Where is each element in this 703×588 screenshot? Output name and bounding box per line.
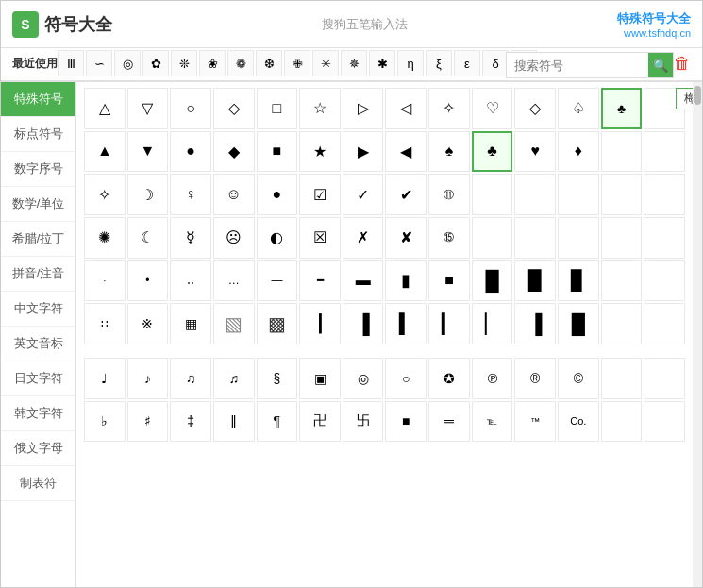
recent-sym-8[interactable]: ✙ [284,50,310,76]
scrollbar[interactable] [693,82,702,587]
recent-sym-10[interactable]: ✵ [341,50,367,76]
sym-dash-bold[interactable]: ━ [299,260,341,302]
sym-square-sm[interactable]: ■ [428,260,470,302]
sym-star-circle[interactable]: ✪ [428,358,470,399]
sym-placeholder7[interactable] [644,217,685,259]
sym-music-note3[interactable]: ♫ [170,358,211,399]
sym-placeholder11[interactable] [644,303,685,344]
sym-moon[interactable]: ☾ [127,217,169,259]
sym-placeholder10[interactable] [601,303,643,344]
sym-checkbox[interactable]: ☑ [299,174,341,215]
sym-vert-bar[interactable]: ┃ [299,303,341,344]
sym-left-3/8[interactable]: ▍ [385,303,427,344]
sym-three-dots[interactable]: … [213,260,255,302]
sym-rect-small[interactable]: ▬ [343,260,384,302]
sym-placeholder15[interactable] [644,401,685,443]
sym-placeholder5[interactable] [644,174,685,215]
sym-dot-med[interactable]: • [127,260,169,302]
sym-placeholder13[interactable] [644,358,685,399]
sym-asterism[interactable]: ※ [127,303,169,344]
sidebar-item-korean[interactable]: 韩文字符 [1,396,75,431]
sym-venus[interactable]: ♀ [170,174,211,215]
sym-tri-down-outline[interactable]: ▽ [127,88,169,129]
symbol-area[interactable]: △ ▽ ○ ◇ □ ☆ ▷ ◁ ✧ ♡ ◇ ♤ ♣ 梅花 ▲ [76,82,693,587]
sym-four-dots[interactable]: ∷ [84,303,126,344]
sym-left-1/8[interactable]: ▏ [472,303,513,344]
sidebar-item-phonetic[interactable]: 英文音标 [1,327,75,361]
recent-sym-7[interactable]: ❆ [256,50,282,76]
sym-num12[interactable] [472,174,513,215]
sym-checkbox-x[interactable]: ☒ [299,217,341,259]
sym-placeholder2[interactable] [601,131,643,173]
search-input[interactable] [507,55,648,76]
sidebar-item-greek[interactable]: 希腊/拉丁 [1,222,75,257]
sym-right-half2[interactable]: ▐ [514,303,556,344]
sym-num11[interactable]: ⑪ [428,174,470,215]
sym-heart-filled[interactable]: ♥ [514,131,556,173]
sym-music-note4[interactable]: ♬ [213,358,255,399]
sym-half-circle[interactable]: ◐ [257,217,298,259]
sym-star-outline[interactable]: ☆ [299,88,341,129]
recent-sym-0[interactable]: Ⅲ [58,50,84,76]
sidebar-item-russian[interactable]: 俄文字母 [1,431,75,466]
sym-block-full[interactable]: █ [558,303,599,344]
sym-sun[interactable]: ✺ [84,217,126,259]
recent-sym-12[interactable]: η [397,50,424,76]
sym-placeholder14[interactable] [601,401,643,443]
sym-left-1/4[interactable]: ▎ [428,303,470,344]
sym-club-outline[interactable]: ♣ 梅花 [601,88,643,129]
sym-placeholder12[interactable] [601,358,643,399]
sym-music-note2[interactable]: ♪ [127,358,169,399]
sym-block-7/8[interactable]: ▉ [514,260,556,302]
sym-block-3/4[interactable]: ▊ [558,260,599,302]
sym-double-line[interactable]: ═ [428,401,470,443]
sym-placeholder4[interactable] [601,174,643,215]
sym-co[interactable]: Co. [558,401,599,443]
scrollbar-thumb[interactable] [694,86,701,105]
sym-square-outline[interactable]: □ [257,88,298,129]
sym-check[interactable]: ✓ [343,174,384,215]
sym-registered[interactable]: ® [514,358,556,399]
sym-diamond-outline[interactable]: ◇ [213,88,255,129]
sym-tri-right-outline[interactable]: ▷ [343,88,384,129]
sym-swastika-r[interactable]: 卐 [343,401,384,443]
sym-16[interactable] [472,217,513,259]
sym-circle-filled[interactable]: ● [170,131,211,173]
sym-placeholder6[interactable] [601,217,643,259]
sidebar-item-japanese[interactable]: 日文字符 [1,361,75,396]
recent-sym-4[interactable]: ❊ [171,50,197,76]
delete-recent-button[interactable]: 🗑 [674,54,691,74]
sym-sharp[interactable]: ♯ [127,401,169,443]
sym-tri-left-filled[interactable]: ◀ [385,131,427,173]
sym-placeholder8[interactable] [601,260,643,302]
recent-sym-5[interactable]: ❀ [199,50,226,76]
sidebar-item-pinyin[interactable]: 拼音/注音 [1,257,75,292]
sym-triangle-outline[interactable]: △ [84,88,126,129]
sym-circle-outline[interactable]: ○ [170,88,211,129]
recent-sym-14[interactable]: ε [454,50,480,76]
sidebar-item-math[interactable]: 数学/单位 [1,187,75,222]
sym-triangle-filled[interactable]: ▲ [84,131,126,173]
sym-dash-em[interactable]: — [257,260,298,302]
sym-circle-filled2[interactable]: ● [257,174,298,215]
sym-pilcrow[interactable]: ¶ [257,401,298,443]
sym-square-dot[interactable]: ▣ [299,358,341,399]
sym-star-filled[interactable]: ★ [299,131,341,173]
sym-gear[interactable]: ✧ [84,174,126,215]
recent-sym-13[interactable]: ξ [426,50,452,76]
search-button[interactable]: 🔍 [648,53,673,77]
sym-grid-med[interactable]: ▧ [213,303,255,344]
site-url[interactable]: www.tsfhdq.cn [624,27,691,39]
sym-swastika-l[interactable]: 卍 [299,401,341,443]
sym-copyright[interactable]: © [558,358,599,399]
sym-num14[interactable] [558,174,599,215]
sidebar-item-special[interactable]: 特殊符号 [1,82,75,117]
site-title[interactable]: 特殊符号大全 [617,10,691,27]
sym-block-lg[interactable]: █ [472,260,513,302]
sym-17[interactable] [514,217,556,259]
recent-sym-9[interactable]: ✳ [312,50,339,76]
sidebar-item-numbers[interactable]: 数字序号 [1,152,75,187]
sym-smiley[interactable]: ☺ [213,174,255,215]
sym-placeholder3[interactable] [644,131,685,173]
sym-two-dots[interactable]: ‥ [170,260,211,302]
